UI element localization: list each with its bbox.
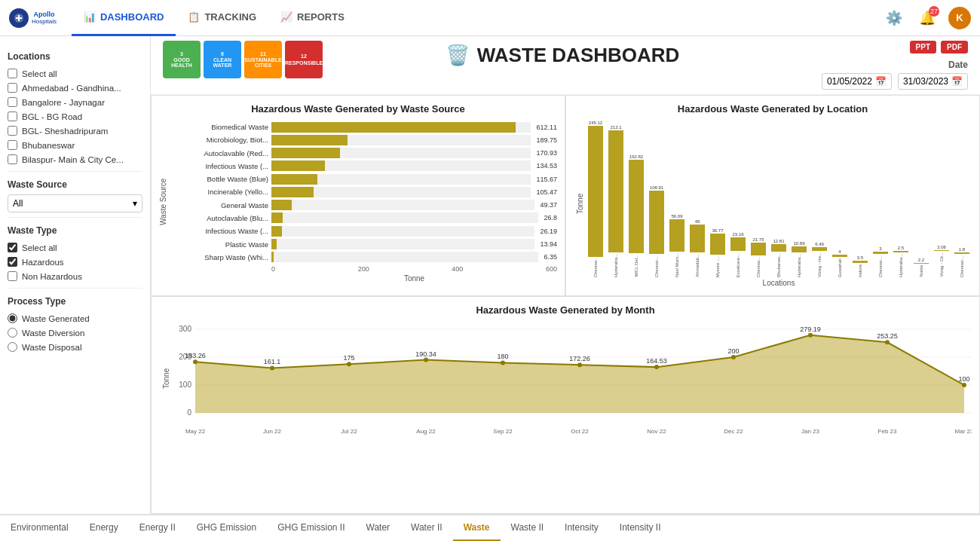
sdg-6-icon: 6 CLEAN WATER [204,41,241,78]
v-bar-col: 4 Guwahati [830,121,850,277]
h-bar-value: 115.67 [536,176,557,183]
tab-waste-ii[interactable]: Waste II [501,515,555,541]
v-bar-x-label: Hyderaba... [899,254,903,277]
tab-energy-ii[interactable]: Energy II [129,515,186,541]
settings-button[interactable]: ⚙️ [882,6,906,30]
export-pdf-button[interactable]: PDF [941,41,968,53]
v-bar-value: 49 [695,219,700,224]
chart1-bar-row: Biomedical Waste 612.11 [170,122,557,133]
v-bar-x-label: IMCL Del... [634,255,639,277]
v-bar-bar [710,234,726,255]
h-bar-value: 26.19 [540,228,557,235]
h-bar-label: General Waste [170,201,268,209]
location-bhubaneswar-checkbox[interactable] [8,140,17,150]
location-ahmedabad-checkbox[interactable] [8,83,17,93]
location-bgl-bg[interactable]: BGL - BG Road [8,109,142,124]
v-bar-col: 56.09 Navi Mum... [667,121,687,277]
line-chart-dot [347,362,351,366]
location-ahmedabad[interactable]: Ahmedabad - Gandhina... [8,81,142,95]
export-buttons: PPT PDF [910,41,968,53]
tab-intensity-ii[interactable]: Intensity II [609,515,672,541]
line-chart-dot [270,365,274,370]
v-bar-x-label: Navi Mum... [675,253,679,277]
chart1-bar-row: Autoclavable (Red... 170.93 [170,148,557,158]
tab-environmental[interactable]: Environmental [0,515,79,541]
h-bar-label: Bottle Waste (Blue) [170,175,268,183]
h-bar-track [271,148,531,158]
waste-type-hazardous[interactable]: Hazardous [8,255,142,269]
chart3-svg: 300 200 100 0 183.26May 22161.1Jun 22175… [173,322,972,435]
tab-water-ii[interactable]: Water II [400,515,453,541]
tab-ghg-emission[interactable]: GHG Emission [186,515,267,541]
tab-energy[interactable]: Energy [79,515,129,541]
h-bar-track [271,160,531,171]
charts-grid: Hazardous Waste Generated by Waste Sourc… [151,95,980,296]
nav-reports[interactable]: 📈 REPORTS [268,0,357,36]
line-chart-x-label: Jan 23 [801,428,820,435]
date-from-input[interactable]: 01/05/2022 📅 [822,73,892,90]
location-select-all[interactable]: Select all [8,66,142,81]
process-waste-diversion[interactable]: Waste Diversion [8,326,142,340]
chart-waste-source: Hazardous Waste Generated by Waste Sourc… [151,95,565,296]
chart1-rows: Biomedical Waste 612.11 Microbiology, Bi… [170,121,557,264]
v-bar-bar [812,247,828,251]
process-waste-disposal[interactable]: Waste Disposal [8,340,142,354]
location-bangalore-checkbox[interactable] [8,97,17,107]
sidebar: Locations Select all Ahmedabad - Gandhin… [0,36,151,514]
reports-icon: 📈 [280,11,292,23]
process-disposal-radio[interactable] [8,342,17,352]
waste-type-hazardous-checkbox[interactable] [8,257,17,267]
v-bar-bar [669,219,685,252]
nav-tracking[interactable]: 📋 TRACKING [176,0,268,36]
v-bar-value: 12.81 [773,239,784,243]
date-inputs: 01/05/2022 📅 31/03/2023 📅 [822,73,968,90]
v-bar-value: 2.2 [918,258,924,262]
h-bar-value: 189.75 [536,136,557,144]
tab-intensity[interactable]: Intensity [554,515,609,541]
location-bgl-bg-checkbox[interactable] [8,112,17,121]
v-bar-col: 1.8 Chennai-... [952,121,972,277]
line-chart-dot [193,359,198,364]
process-generated-radio[interactable] [8,313,17,323]
waste-type-non-hazardous-checkbox[interactable] [8,271,17,281]
process-waste-generated[interactable]: Waste Generated [8,311,142,326]
h-bar-label: Biomedical Waste [170,123,268,131]
waste-source-title: Waste Source [8,179,142,190]
h-bar-label: Plastic Waste [170,240,268,249]
h-bar-label: Sharp Waste (Whi... [170,253,268,261]
location-bgl-shesh[interactable]: BGL- Sheshadripuram [8,124,142,138]
waste-type-non-hazardous[interactable]: Non Hazardous [8,269,142,283]
user-avatar[interactable]: K [948,7,971,29]
waste-source-dropdown[interactable]: All ▾ [8,194,142,212]
location-bangalore[interactable]: Bangalore - Jaynagar [8,95,142,109]
chart-monthly: Hazardous Waste Generated by Month Tonne… [151,296,980,514]
chart1-bar-row: Autoclavable (Blu... 26.8 [170,212,557,223]
dashboard-title-area: 🗑️ WASTE DASHBOARD [323,41,802,67]
svg-rect-2 [18,15,20,21]
tab-waste[interactable]: Waste [453,515,501,541]
location-bilaspur[interactable]: Bilaspur- Main & City Ce... [8,152,142,167]
export-ppt-button[interactable]: PPT [910,41,936,53]
v-bar-value: 56.09 [671,214,682,219]
tab-ghg-emission-ii[interactable]: GHG Emission II [267,515,355,541]
location-bhubaneswar[interactable]: Bhubaneswar [8,138,142,152]
location-select-all-checkbox[interactable] [8,69,17,78]
location-bgl-shesh-checkbox[interactable] [8,126,17,136]
nav-dashboard[interactable]: 📊 DASHBOARD [72,0,176,36]
notifications-button[interactable]: 🔔 27 [915,6,939,30]
chart1-x-label: Tonne [170,274,557,283]
h-bar-value: 6.35 [544,253,557,261]
tab-water[interactable]: Water [356,515,401,541]
chart1-bar-row: Plastic Waste 13.94 [170,239,557,249]
waste-type-select-all-checkbox[interactable] [8,243,17,252]
line-chart-label: 100 [958,375,969,383]
chart1-bar-row: Microbiology, Biot... 189.75 [170,135,557,145]
waste-type-select-all[interactable]: Select all [8,240,142,255]
v-bar-bar [832,255,848,257]
date-to-input[interactable]: 31/03/2023 📅 [898,73,968,90]
location-bilaspur-checkbox[interactable] [8,154,17,164]
process-diversion-radio[interactable] [8,328,17,338]
v-bar-x-label: Excelcare-... [736,252,740,277]
v-bar-x-label: Vizag - He... [817,252,822,277]
calendar-icon-2: 📅 [951,76,963,87]
